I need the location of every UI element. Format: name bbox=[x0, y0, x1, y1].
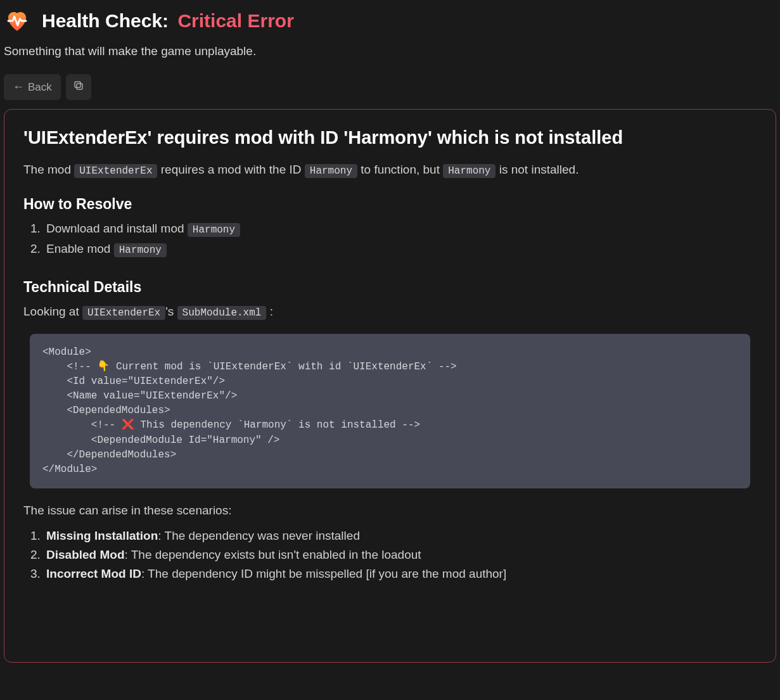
list-item: Enable mod Harmony bbox=[44, 242, 757, 256]
list-item: Download and install mod Harmony bbox=[44, 222, 757, 236]
health-heart-icon bbox=[4, 8, 30, 34]
scenarios-list: Missing Installation: The dependency was… bbox=[23, 529, 757, 581]
xml-code-block: <Module> <!-- 👇 Current mod is `UIExtend… bbox=[30, 334, 750, 489]
copy-button[interactable] bbox=[66, 74, 91, 100]
card-title: 'UIExtenderEx' requires mod with ID 'Har… bbox=[23, 127, 757, 148]
list-item: Missing Installation: The dependency was… bbox=[44, 529, 757, 543]
mod-code: Harmony bbox=[114, 243, 167, 257]
copy-icon bbox=[73, 80, 84, 94]
scenario-label: Disabled Mod bbox=[46, 548, 125, 561]
back-button-label: Back bbox=[28, 81, 52, 94]
page-header: Health Check: Critical Error bbox=[4, 8, 776, 34]
resolve-steps: Download and install mod Harmony Enable … bbox=[23, 222, 757, 256]
title-prefix: Health Check: bbox=[42, 10, 169, 31]
dependency-code: Harmony bbox=[305, 164, 357, 178]
toolbar: ← Back bbox=[4, 74, 776, 100]
svg-rect-1 bbox=[75, 82, 80, 87]
back-button[interactable]: ← Back bbox=[4, 74, 61, 100]
list-item: Incorrect Mod ID: The dependency ID migh… bbox=[44, 567, 757, 581]
technical-intro: Looking at UIExtenderEx's SubModule.xml … bbox=[23, 305, 757, 319]
scenarios-intro: The issue can arise in these scenarios: bbox=[23, 504, 757, 518]
mod-code: Harmony bbox=[188, 223, 240, 237]
page-title: Health Check: Critical Error bbox=[42, 10, 294, 32]
technical-heading: Technical Details bbox=[23, 279, 757, 296]
scenario-label: Incorrect Mod ID bbox=[46, 567, 141, 580]
scenario-label: Missing Installation bbox=[46, 529, 158, 542]
list-item: Disabled Mod: The dependency exists but … bbox=[44, 548, 757, 562]
page-subtitle: Something that will make the game unplay… bbox=[4, 44, 776, 58]
dependency-code: Harmony bbox=[443, 164, 495, 178]
svg-rect-0 bbox=[77, 84, 82, 89]
arrow-left-icon: ← bbox=[13, 80, 24, 94]
error-description: The mod UIExtenderEx requires a mod with… bbox=[23, 161, 757, 179]
error-severity-label: Critical Error bbox=[177, 10, 293, 31]
file-code: SubModule.xml bbox=[177, 306, 267, 320]
resolve-heading: How to Resolve bbox=[23, 196, 757, 213]
mod-code: UIExtenderEx bbox=[82, 306, 165, 320]
error-card: 'UIExtenderEx' requires mod with ID 'Har… bbox=[4, 109, 776, 663]
mod-code: UIExtenderEx bbox=[74, 164, 157, 178]
